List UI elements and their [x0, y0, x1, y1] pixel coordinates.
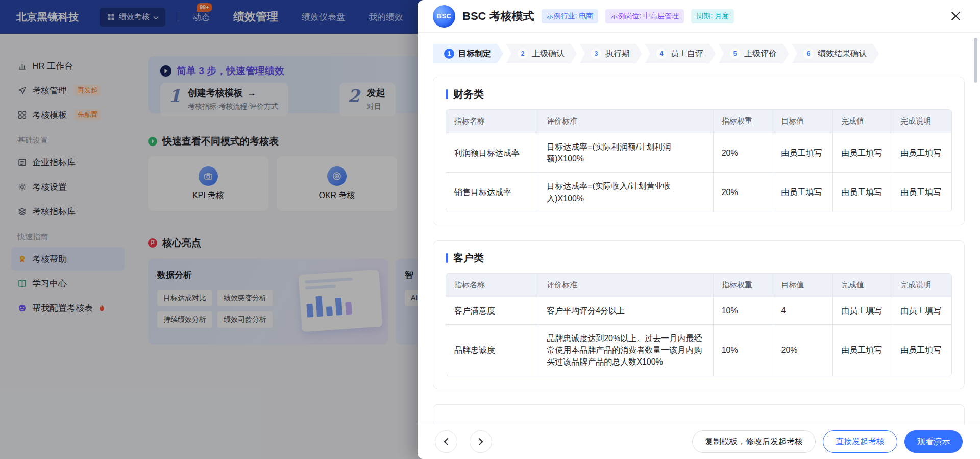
cell-note: 由员工填写	[892, 325, 951, 376]
table-row: 品牌忠诚度 品牌忠诚度达到20%以上。过去一月内最经常使用本品牌产品的消费者数量…	[446, 325, 951, 376]
column-header: 目标值	[773, 110, 834, 133]
stepper-step-superior-review[interactable]: 5 上级评价	[719, 44, 789, 63]
customer-section-card: 客户类 指标名称 评价标准 指标权重 目标值 完成值 完成说明	[433, 240, 965, 389]
step-label: 绩效结果确认	[818, 49, 867, 59]
section-bar	[446, 89, 448, 99]
column-header: 指标名称	[446, 110, 538, 133]
step-number: 1	[444, 49, 454, 59]
close-icon[interactable]	[946, 7, 965, 26]
stepper-step-goal-setting[interactable]: 1 目标制定	[433, 44, 503, 63]
step-number: 6	[803, 49, 814, 59]
cell-weight: 20%	[714, 133, 773, 173]
cell-completion: 由员工填写	[833, 133, 892, 173]
column-header: 完成说明	[892, 274, 951, 297]
customer-indicator-table: 指标名称 评价标准 指标权重 目标值 完成值 完成说明 客户满意度 客户平均评分…	[446, 273, 952, 376]
cell-criteria: 目标达成率=(实际收入/计划营业收入)X100%	[538, 173, 714, 211]
direct-launch-button[interactable]: 直接发起考核	[823, 430, 897, 453]
drawer-footer: 复制模板，修改后发起考核 直接发起考核 观看演示	[418, 424, 980, 459]
cell-target: 4	[773, 297, 834, 325]
step-number: 2	[518, 49, 528, 59]
cell-indicator-name: 销售目标达成率	[446, 173, 538, 211]
cell-target: 由员工填写	[773, 173, 834, 211]
step-number: 5	[730, 49, 740, 59]
cell-indicator-name: 利润额目标达成率	[446, 133, 538, 173]
step-label: 执行期	[605, 49, 630, 59]
step-number: 4	[656, 49, 667, 59]
cell-target: 由员工填写	[773, 133, 834, 173]
cell-note: 由员工填写	[892, 133, 951, 173]
cell-completion: 由员工填写	[833, 173, 892, 211]
industry-tag: 示例行业: 电商	[542, 9, 599, 23]
column-header: 指标权重	[714, 110, 773, 133]
table-header-row: 指标名称 评价标准 指标权重 目标值 完成值 完成说明	[446, 274, 951, 297]
column-header: 评价标准	[538, 110, 714, 133]
cell-note: 由员工填写	[892, 297, 951, 325]
prev-template-button[interactable]	[435, 430, 457, 453]
table-row: 销售目标达成率 目标达成率=(实际收入/计划营业收入)X100% 20% 由员工…	[446, 173, 951, 211]
cell-weight: 10%	[714, 297, 773, 325]
stepper-step-result-confirm[interactable]: 6 绩效结果确认	[792, 44, 879, 63]
cell-criteria: 品牌忠诚度达到20%以上。过去一月内最经常使用本品牌产品的消费者数量一该月内购买…	[538, 325, 714, 376]
cell-indicator-name: 品牌忠诚度	[446, 325, 538, 376]
step-label: 上级评价	[744, 49, 777, 59]
column-header: 完成值	[833, 274, 892, 297]
step-label: 目标制定	[458, 49, 491, 59]
process-stepper: 1 目标制定 2 上级确认 3 执行期 4 员工自评 5 上级评价 6 绩效结果…	[433, 44, 965, 63]
watch-demo-button[interactable]: 观看演示	[904, 430, 963, 453]
drawer-content[interactable]: 1 目标制定 2 上级确认 3 执行期 4 员工自评 5 上级评价 6 绩效结果…	[418, 33, 980, 424]
step-label: 上级确认	[532, 49, 565, 59]
bsc-template-drawer: BSC BSC 考核模式 示例行业: 电商 示例岗位: 中高层管理 周期: 月度…	[418, 0, 980, 459]
cell-indicator-name: 客户满意度	[446, 297, 538, 325]
cell-completion: 由员工填写	[833, 297, 892, 325]
table-row: 客户满意度 客户平均评分4分以上 10% 4 由员工填写 由员工填写	[446, 297, 951, 325]
cell-weight: 20%	[714, 173, 773, 211]
cell-target: 20%	[773, 325, 834, 376]
column-header: 目标值	[773, 274, 834, 297]
scrollbar-thumb[interactable]	[974, 38, 977, 83]
step-number: 3	[591, 49, 601, 59]
next-section-card-partial	[433, 404, 965, 424]
drawer-title: BSC 考核模式	[462, 9, 534, 24]
position-tag: 示例岗位: 中高层管理	[605, 9, 684, 23]
drawer-header: BSC BSC 考核模式 示例行业: 电商 示例岗位: 中高层管理 周期: 月度	[418, 0, 980, 33]
cell-criteria: 客户平均评分4分以上	[538, 297, 714, 325]
cell-completion: 由员工填写	[833, 325, 892, 376]
stepper-step-superior-confirm[interactable]: 2 上级确认	[506, 44, 577, 63]
cell-weight: 10%	[714, 325, 773, 376]
section-bar	[446, 253, 448, 263]
cycle-tag: 周期: 月度	[691, 9, 734, 23]
column-header: 指标权重	[714, 274, 773, 297]
stepper-step-self-review[interactable]: 4 员工自评	[645, 44, 716, 63]
finance-section-card: 财务类 指标名称 评价标准 指标权重 目标值 完成值 完成说明	[433, 77, 965, 225]
stepper-step-execution[interactable]: 3 执行期	[580, 44, 642, 63]
table-header-row: 指标名称 评价标准 指标权重 目标值 完成值 完成说明	[446, 110, 951, 133]
copy-template-button[interactable]: 复制模板，修改后发起考核	[692, 430, 816, 453]
column-header: 指标名称	[446, 274, 538, 297]
section-title: 客户类	[453, 251, 484, 265]
column-header: 评价标准	[538, 274, 714, 297]
next-template-button[interactable]	[470, 430, 492, 453]
step-label: 员工自评	[671, 49, 703, 59]
cell-criteria: 目标达成率=(实际利润额/计划利润额)X100%	[538, 133, 714, 173]
table-row: 利润额目标达成率 目标达成率=(实际利润额/计划利润额)X100% 20% 由员…	[446, 133, 951, 173]
column-header: 完成说明	[892, 110, 951, 133]
column-header: 完成值	[833, 110, 892, 133]
finance-indicator-table: 指标名称 评价标准 指标权重 目标值 完成值 完成说明 利润额目标达成率 目标达…	[446, 109, 952, 212]
section-title: 财务类	[453, 87, 484, 101]
bsc-logo: BSC	[433, 5, 455, 28]
cell-note: 由员工填写	[892, 173, 951, 211]
